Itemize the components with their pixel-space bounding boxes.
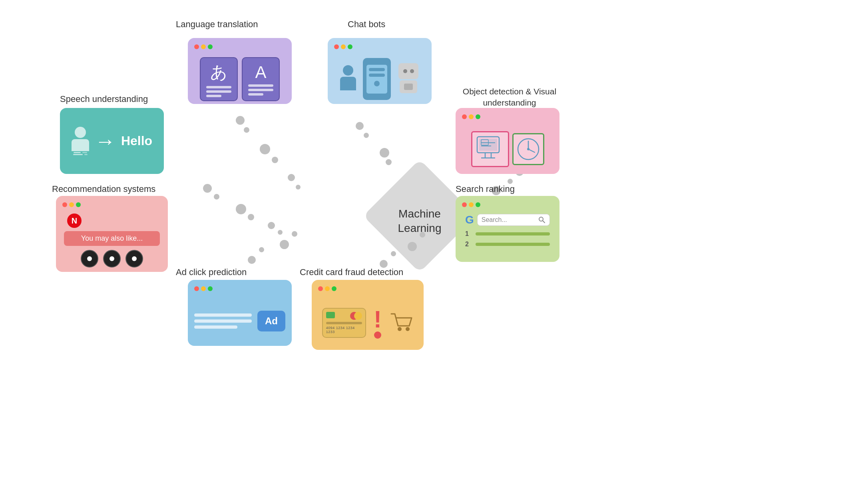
disc-center — [109, 256, 114, 261]
wave — [74, 152, 81, 153]
connector-dot — [280, 240, 289, 249]
minimize-dot — [201, 286, 206, 291]
search-results: 1 2 — [465, 229, 550, 249]
connector-dot — [391, 251, 396, 256]
connector-dot — [236, 204, 246, 214]
ad-line — [194, 325, 237, 329]
result-2-line — [476, 243, 550, 246]
lang-line — [248, 93, 263, 96]
person-body — [340, 77, 356, 90]
chat-inner — [334, 52, 425, 106]
computer-detection-box — [471, 131, 509, 167]
diagram-container: Machine Learning Language translation — [0, 0, 868, 479]
connector-dot — [236, 116, 245, 125]
search-result-row: 2 — [465, 241, 550, 248]
window-dots — [318, 286, 417, 291]
maximize-dot — [476, 202, 480, 207]
search-result-row: 1 — [465, 230, 550, 238]
lang-line — [248, 89, 274, 91]
hello-text: Hello — [121, 134, 152, 148]
svg-line-13 — [543, 221, 545, 223]
connector-dot — [214, 194, 219, 200]
english-char: A — [255, 63, 266, 82]
robot-chest — [404, 84, 413, 90]
minimize-dot — [469, 114, 474, 119]
svg-line-11 — [528, 149, 535, 152]
computer-icon — [475, 135, 505, 164]
recommendation-card: N You may also like... — [56, 196, 168, 272]
object-detection-card — [456, 108, 559, 174]
connector-dot — [278, 230, 283, 235]
window-dots — [62, 202, 161, 207]
shopping-cart-icon — [389, 312, 413, 334]
lang-box-english: A — [242, 57, 280, 101]
connector-dot — [296, 185, 301, 190]
phone-msg — [369, 74, 385, 77]
disc-center — [132, 256, 137, 261]
close-dot — [318, 286, 323, 291]
window-dots — [462, 202, 553, 207]
minimize-dot — [341, 44, 346, 49]
search-inner: G Search... 1 2 — [462, 210, 553, 263]
language-translation-card: あ A — [188, 38, 292, 104]
lang-box-japanese: あ — [200, 57, 238, 101]
netflix-icon: N — [67, 214, 82, 228]
search-bar: G Search... — [465, 214, 550, 226]
connector-dot — [380, 260, 388, 268]
card-chip — [326, 312, 335, 318]
obj-inner — [462, 122, 553, 176]
connector-dot — [248, 214, 254, 220]
ad-click-label: Ad click prediction — [176, 267, 247, 277]
close-dot — [62, 202, 67, 207]
connector-dot — [203, 184, 212, 193]
connector-dot — [380, 148, 389, 158]
wave — [82, 152, 87, 153]
ad-inner: Ad — [194, 294, 285, 347]
phone-icon — [363, 58, 391, 100]
window-dots — [194, 286, 285, 291]
svg-point-15 — [406, 327, 410, 331]
maximize-dot — [348, 44, 352, 49]
minimize-dot — [69, 202, 74, 207]
connector-dot — [268, 222, 275, 229]
card-chip-row — [326, 312, 362, 320]
speech-person — [72, 127, 89, 155]
card-number: 4094 1234 1234 1233 — [326, 326, 362, 334]
connector-dot — [244, 127, 249, 133]
exclamation-dot — [374, 331, 381, 339]
robot-eye — [403, 69, 407, 73]
chat-bots-label: Chat bots — [348, 19, 385, 30]
recommendation-label: Recommendation systems — [52, 184, 155, 194]
window-dots — [194, 44, 285, 49]
close-dot — [194, 44, 199, 49]
exclamation-area: ! — [374, 307, 382, 339]
search-input-mock: Search... — [477, 214, 550, 226]
center-label: Machine Learning — [368, 191, 472, 251]
speech-understanding-card: → Hello — [60, 108, 164, 174]
wave — [84, 154, 88, 155]
maximize-dot — [476, 114, 480, 119]
fraud-detection-label: Credit card fraud detection — [300, 267, 403, 277]
object-detection-label: Object detection & Visual understanding — [436, 86, 583, 109]
speech-understanding-label: Speech understanding — [60, 94, 148, 104]
close-dot — [334, 44, 339, 49]
lang-line — [206, 86, 232, 88]
connector-dot — [288, 174, 295, 181]
close-dot — [194, 286, 199, 291]
maximize-dot — [208, 44, 213, 49]
lang-line — [206, 95, 221, 97]
japanese-char: あ — [210, 61, 227, 84]
ad-button[interactable]: Ad — [257, 311, 285, 331]
clock-detection-box — [512, 133, 544, 165]
ad-line — [194, 319, 252, 323]
robot-eye — [410, 69, 414, 73]
rec-inner: N You may also like... — [62, 210, 161, 273]
phone-dot — [374, 81, 380, 86]
person-icon — [338, 65, 358, 93]
rec-top: N — [64, 212, 160, 230]
fraud-inner: 4094 1234 1234 1233 ! — [318, 294, 417, 351]
search-icon — [538, 216, 545, 224]
connector-dot — [364, 133, 369, 138]
lang-inner: あ A — [194, 52, 285, 106]
lang-line — [248, 84, 274, 87]
